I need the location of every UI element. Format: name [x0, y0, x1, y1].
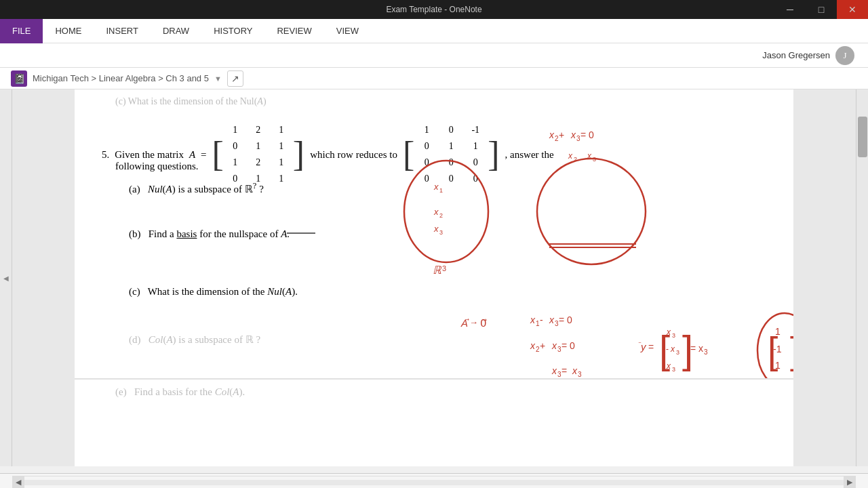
svg-text:3: 3 — [557, 371, 561, 378]
note-page: (c) What is the dimension of the Nul(A) … — [75, 89, 793, 466]
notebook-header: Jason Gregersen J — [0, 43, 868, 68]
cell-a-00: 1 — [228, 125, 243, 136]
cell-a-10: 0 — [228, 141, 243, 152]
cell-b-01: 0 — [443, 125, 459, 136]
svg-text:3: 3 — [593, 156, 596, 163]
cell-b-00: 1 — [418, 125, 435, 136]
svg-text:A: A — [460, 317, 468, 329]
svg-text:x: x — [551, 340, 557, 351]
matrix-a-right-bracket: ] — [293, 137, 304, 172]
matrix-a-label: A — [189, 149, 195, 161]
breadcrumb-path: Michigan Tech > Linear Algebra > Ch 3 an… — [33, 73, 209, 83]
part-d: (d) Col(A) is a subspace of ℝ ? — [129, 333, 260, 346]
svg-text:⃗→: ⃗→ — [465, 317, 478, 327]
breadcrumb-bar: 📓 Michigan Tech > Linear Algebra > Ch 3 … — [0, 68, 868, 89]
svg-text:3: 3 — [672, 332, 675, 339]
statusbar: ◀ ▶ — [0, 473, 868, 488]
right-sidebar-scroll[interactable] — [856, 89, 868, 466]
scrollbar-thumb[interactable] — [858, 117, 867, 157]
svg-text:‾: ‾ — [638, 342, 642, 349]
svg-text:x: x — [530, 314, 536, 325]
svg-text:x: x — [530, 340, 536, 351]
expand-button[interactable]: ↗ — [227, 70, 243, 87]
svg-text:2: 2 — [555, 135, 559, 142]
cell-a-20: 1 — [228, 157, 243, 168]
part-a-label: (a) — [129, 184, 145, 195]
page-area: (c) What is the dimension of the Nul(A) … — [12, 89, 856, 466]
tab-history[interactable]: HISTORY — [201, 19, 264, 43]
part-b: (b) Find a basis for the nullspace of A. — [129, 228, 290, 240]
cell-a-32: 1 — [274, 174, 289, 184]
part-c: (c) What is the dimension of the Nul(A). — [129, 286, 298, 298]
matrix-a: [ 1 2 1 0 1 1 1 2 1 0 1 — [212, 120, 305, 189]
maximize-button[interactable]: □ — [806, 0, 837, 19]
svg-text:3: 3 — [676, 349, 679, 356]
svg-text:+: + — [559, 129, 564, 140]
tab-draw[interactable]: DRAW — [151, 19, 201, 43]
svg-text:[: [ — [659, 327, 670, 371]
svg-text:3: 3 — [704, 348, 708, 356]
scroll-right-button[interactable]: ▶ — [844, 476, 856, 489]
page-bottom-section: (e) Find a basis for the Col(A). — [75, 378, 793, 466]
part-e-label: (e) — [115, 386, 132, 397]
matrix-a-cells: 1 2 1 0 1 1 1 2 1 0 1 1 — [224, 120, 293, 189]
svg-text:3: 3 — [439, 229, 443, 236]
given-text: Given the matrix — [115, 149, 184, 161]
svg-text:x: x — [568, 151, 573, 161]
breadcrumb-dropdown-icon[interactable]: ▼ — [214, 75, 222, 83]
cell-a-02: 1 — [274, 125, 289, 136]
part-c-label: (c) — [129, 286, 145, 297]
svg-text:-1: -1 — [773, 344, 782, 354]
svg-text:=: = — [648, 342, 654, 352]
svg-text:1: 1 — [775, 326, 781, 337]
svg-text:=: = — [561, 365, 567, 376]
svg-text:x: x — [433, 207, 439, 217]
tab-insert[interactable]: INSERT — [94, 19, 150, 43]
tab-home[interactable]: HOME — [43, 19, 94, 43]
part-b-text: Find a basis for the nullspace of A. — [149, 228, 290, 239]
svg-text:1: 1 — [775, 360, 781, 371]
part-e-text: Find a basis for the Col(A). — [134, 386, 245, 397]
cell-b-12: 1 — [467, 141, 484, 152]
svg-text:0⃗: 0⃗ — [480, 317, 487, 329]
notebook-icon: 📓 — [11, 70, 27, 87]
equals-sign: = — [201, 149, 206, 161]
svg-text:= 0: = 0 — [559, 314, 572, 325]
svg-text:x: x — [433, 224, 439, 234]
cell-b-21: 0 — [443, 157, 459, 168]
svg-text:-: - — [540, 314, 543, 325]
cell-a-12: 1 — [274, 141, 289, 152]
problem-number: 5. — [102, 149, 109, 161]
ribbon: FILE HOME INSERT DRAW HISTORY REVIEW VIE… — [0, 19, 868, 43]
scroll-left-button[interactable]: ◀ — [12, 476, 24, 489]
close-button[interactable]: ✕ — [837, 0, 868, 19]
tab-review[interactable]: REVIEW — [264, 19, 323, 43]
prev-section-c: (c) What is the dimension of the Nul(A) — [115, 95, 267, 107]
problem-5-row: 5. Given the matrix A = [ 1 2 1 0 1 1 — [102, 120, 554, 189]
svg-text:x: x — [549, 314, 555, 325]
horizontal-scrollbar[interactable]: ◀ ▶ — [12, 476, 856, 488]
matrix-b-right-bracket: ] — [488, 137, 499, 172]
tab-view[interactable]: VIEW — [324, 19, 371, 43]
cell-b-32: 0 — [467, 174, 484, 184]
svg-text:x: x — [551, 365, 557, 376]
window-controls: ─ □ ✕ — [774, 0, 868, 19]
svg-text:[: [ — [768, 329, 778, 371]
svg-text:x: x — [666, 361, 671, 371]
svg-text:3: 3 — [442, 264, 446, 272]
ribbon-tabs: FILE HOME INSERT DRAW HISTORY REVIEW VIE… — [0, 19, 868, 43]
svg-text:x: x — [572, 365, 578, 376]
part-a: (a) Nul(A) is a subspace of ℝ? ? — [129, 181, 264, 195]
matrix-a-left-bracket: [ — [212, 137, 224, 172]
minimize-button[interactable]: ─ — [774, 0, 806, 19]
left-sidebar-toggle[interactable]: ◀ — [0, 89, 12, 466]
tab-file[interactable]: FILE — [0, 19, 43, 43]
svg-text:= 0: = 0 — [580, 129, 594, 140]
middle-text: which row reduces to — [310, 149, 397, 161]
part-a-text: Nul — [148, 184, 163, 195]
titlebar: Exam Template - OneNote ─ □ ✕ — [0, 0, 868, 19]
cell-a-01: 2 — [251, 125, 266, 136]
cell-a-11: 1 — [251, 141, 266, 152]
user-name: Jason Gregersen — [762, 50, 830, 60]
cell-b-10: 0 — [418, 141, 435, 152]
